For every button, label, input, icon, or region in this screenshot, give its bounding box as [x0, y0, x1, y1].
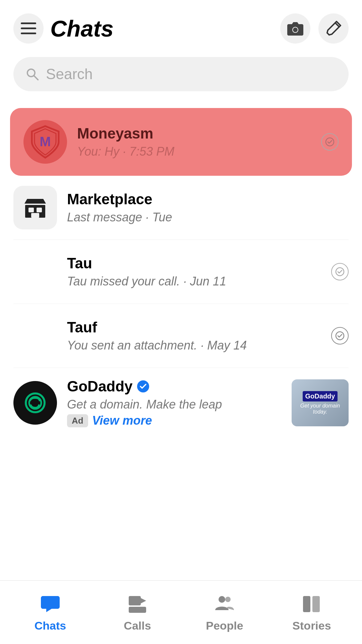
svg-rect-12	[31, 213, 39, 218]
chat-meta	[321, 133, 339, 151]
svg-marker-19	[141, 598, 146, 603]
bottom-nav: Chats Calls People	[0, 580, 362, 644]
chat-name: Tau	[67, 255, 321, 272]
chat-list: M Moneyasm You: Hy · 7:53 PM	[0, 101, 362, 444]
svg-rect-2	[21, 33, 36, 34]
chat-preview: Last message · Tue	[67, 210, 349, 224]
ad-logo: GoDaddy	[303, 391, 338, 401]
page-title: Chats	[50, 15, 114, 42]
list-item[interactable]: GoDaddy Get a domain. Make the leap Ad V…	[0, 368, 362, 438]
svg-rect-18	[129, 596, 141, 605]
nav-item-stories[interactable]: Stories	[268, 592, 355, 632]
compose-button[interactable]	[318, 13, 349, 44]
search-icon	[25, 67, 39, 82]
svg-rect-10	[28, 208, 34, 212]
svg-point-3	[293, 28, 298, 32]
verified-badge	[136, 379, 150, 393]
chat-preview: You sent an attachment. · May 14	[67, 338, 321, 353]
avatar-placeholder	[13, 250, 57, 293]
chats-icon	[39, 592, 62, 616]
svg-point-14	[336, 332, 344, 340]
view-more-link[interactable]: View more	[92, 414, 152, 428]
nav-item-calls[interactable]: Calls	[94, 592, 181, 632]
chat-name: Marketplace	[67, 191, 349, 208]
chat-meta	[331, 263, 349, 280]
nav-label-people: People	[206, 619, 243, 632]
avatar-placeholder	[13, 314, 57, 358]
svg-point-21	[219, 596, 225, 603]
avatar	[13, 381, 57, 425]
nav-item-chats[interactable]: Chats	[7, 592, 94, 632]
list-item[interactable]: M Moneyasm You: Hy · 7:53 PM	[10, 108, 352, 176]
search-input[interactable]	[46, 66, 337, 83]
svg-point-22	[225, 597, 231, 602]
svg-point-8	[326, 138, 334, 146]
camera-button[interactable]	[280, 13, 310, 44]
svg-rect-0	[21, 22, 36, 24]
svg-rect-20	[129, 607, 146, 613]
chat-name: Tauf	[67, 319, 321, 336]
read-status-icon	[331, 327, 349, 344]
chat-info: Tauf You sent an attachment. · May 14	[67, 319, 321, 353]
nav-label-chats: Chats	[35, 619, 66, 632]
nav-label-calls: Calls	[124, 619, 151, 632]
list-item[interactable]: Marketplace Last message · Tue	[0, 176, 362, 239]
ad-badge: Ad	[67, 414, 88, 427]
chat-info: Marketplace Last message · Tue	[67, 191, 349, 224]
ad-tagline: Get your domain today.	[294, 403, 346, 415]
header-left: Chats	[13, 13, 114, 44]
svg-rect-1	[21, 28, 36, 29]
search-bar	[13, 57, 349, 91]
ad-image: GoDaddy Get your domain today.	[292, 379, 349, 426]
nav-label-stories: Stories	[292, 619, 331, 632]
chat-meta	[331, 327, 349, 344]
people-icon	[213, 592, 236, 616]
list-item[interactable]: Tau Tau missed your call. · Jun 11	[0, 240, 362, 304]
avatar: M	[23, 120, 67, 164]
header: Chats	[0, 0, 362, 50]
list-item[interactable]: Tauf You sent an attachment. · May 14	[0, 304, 362, 368]
calls-icon	[126, 592, 149, 616]
svg-rect-23	[303, 596, 310, 612]
chat-preview: Tau missed your call. · Jun 11	[67, 274, 321, 288]
chat-preview: You: Hy · 7:53 PM	[77, 145, 311, 159]
svg-rect-11	[37, 208, 42, 212]
ad-row: Ad View more	[67, 414, 282, 428]
chat-name: Moneyasm	[77, 125, 311, 142]
svg-point-13	[336, 268, 344, 276]
read-status-icon	[331, 263, 349, 280]
chat-info: Moneyasm You: Hy · 7:53 PM	[77, 125, 311, 159]
search-container	[0, 50, 362, 101]
svg-text:M: M	[40, 134, 51, 149]
menu-button[interactable]	[13, 13, 44, 44]
read-status-icon	[321, 133, 339, 151]
nav-item-people[interactable]: People	[181, 592, 268, 632]
header-actions	[280, 13, 349, 44]
chat-name: GoDaddy	[67, 378, 133, 395]
svg-rect-24	[312, 596, 320, 612]
avatar	[13, 186, 57, 229]
chat-info: GoDaddy Get a domain. Make the leap Ad V…	[67, 378, 282, 428]
stories-icon	[300, 592, 323, 616]
chat-preview: Get a domain. Make the leap	[67, 397, 282, 412]
chat-info: Tau Tau missed your call. · Jun 11	[67, 255, 321, 288]
svg-line-6	[34, 76, 38, 80]
